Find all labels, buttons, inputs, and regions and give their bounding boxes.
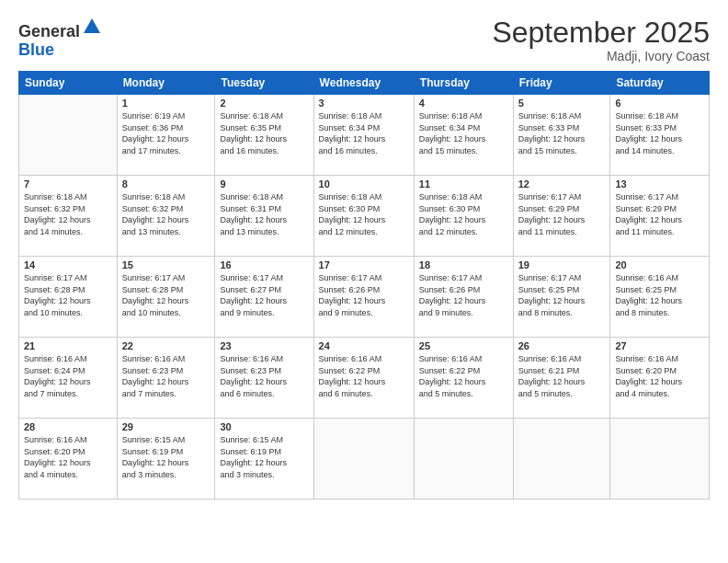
day-number: 11 — [419, 178, 508, 190]
day-number: 18 — [419, 259, 508, 270]
table-row: 8Sunrise: 6:18 AM Sunset: 6:32 PM Daylig… — [117, 176, 215, 257]
day-info: Sunrise: 6:18 AM Sunset: 6:30 PM Dayligh… — [319, 191, 409, 237]
day-number: 20 — [615, 259, 704, 270]
table-row — [414, 419, 513, 500]
table-row: 7Sunrise: 6:18 AM Sunset: 6:32 PM Daylig… — [19, 176, 118, 257]
day-info: Sunrise: 6:16 AM Sunset: 6:21 PM Dayligh… — [518, 353, 606, 399]
table-row: 10Sunrise: 6:18 AM Sunset: 6:30 PM Dayli… — [313, 176, 414, 257]
day-number: 7 — [24, 178, 112, 190]
day-info: Sunrise: 6:17 AM Sunset: 6:27 PM Dayligh… — [220, 272, 308, 318]
day-info: Sunrise: 6:16 AM Sunset: 6:22 PM Dayligh… — [419, 353, 508, 399]
day-info: Sunrise: 6:16 AM Sunset: 6:22 PM Dayligh… — [319, 353, 409, 399]
day-number: 10 — [319, 178, 409, 190]
day-number: 15 — [122, 259, 210, 270]
day-number: 3 — [319, 98, 409, 109]
day-info: Sunrise: 6:17 AM Sunset: 6:26 PM Dayligh… — [419, 272, 508, 318]
day-number: 29 — [122, 421, 210, 432]
day-number: 22 — [122, 340, 210, 351]
header-wednesday: Wednesday — [313, 72, 414, 95]
day-number: 25 — [419, 340, 508, 351]
day-number: 21 — [24, 340, 112, 351]
day-info: Sunrise: 6:18 AM Sunset: 6:31 PM Dayligh… — [220, 191, 308, 237]
calendar-table: Sunday Monday Tuesday Wednesday Thursday… — [18, 71, 710, 500]
table-row: 9Sunrise: 6:18 AM Sunset: 6:31 PM Daylig… — [215, 176, 313, 257]
header-tuesday: Tuesday — [215, 72, 313, 95]
header-saturday: Saturday — [610, 72, 710, 95]
svg-marker-0 — [84, 18, 100, 33]
day-number: 24 — [319, 340, 409, 351]
header-monday: Monday — [117, 72, 215, 95]
table-row: 24Sunrise: 6:16 AM Sunset: 6:22 PM Dayli… — [313, 338, 414, 419]
month-title: September 2025 — [492, 17, 710, 49]
day-info: Sunrise: 6:19 AM Sunset: 6:36 PM Dayligh… — [122, 110, 210, 156]
table-row: 18Sunrise: 6:17 AM Sunset: 6:26 PM Dayli… — [414, 257, 513, 338]
day-info: Sunrise: 6:18 AM Sunset: 6:34 PM Dayligh… — [319, 110, 409, 156]
table-row: 4Sunrise: 6:18 AM Sunset: 6:34 PM Daylig… — [414, 95, 513, 176]
logo-general-text: General — [18, 22, 80, 40]
day-info: Sunrise: 6:17 AM Sunset: 6:29 PM Dayligh… — [518, 191, 606, 237]
table-row: 29Sunrise: 6:15 AM Sunset: 6:19 PM Dayli… — [117, 419, 215, 500]
calendar-week-row: 14Sunrise: 6:17 AM Sunset: 6:28 PM Dayli… — [19, 257, 710, 338]
day-info: Sunrise: 6:18 AM Sunset: 6:34 PM Dayligh… — [419, 110, 508, 156]
day-info: Sunrise: 6:18 AM Sunset: 6:35 PM Dayligh… — [220, 110, 308, 156]
table-row: 13Sunrise: 6:17 AM Sunset: 6:29 PM Dayli… — [610, 176, 710, 257]
day-number: 26 — [518, 340, 606, 351]
day-number: 28 — [24, 421, 112, 432]
day-number: 4 — [419, 98, 508, 109]
day-info: Sunrise: 6:15 AM Sunset: 6:19 PM Dayligh… — [220, 434, 308, 480]
table-row: 11Sunrise: 6:18 AM Sunset: 6:30 PM Dayli… — [414, 176, 513, 257]
day-number: 23 — [220, 340, 308, 351]
logo: General Blue — [18, 17, 102, 60]
day-number: 1 — [122, 98, 210, 109]
table-row: 12Sunrise: 6:17 AM Sunset: 6:29 PM Dayli… — [513, 176, 610, 257]
day-number: 19 — [518, 259, 606, 270]
day-info: Sunrise: 6:16 AM Sunset: 6:20 PM Dayligh… — [24, 434, 112, 480]
day-number: 16 — [220, 259, 308, 270]
day-number: 8 — [122, 178, 210, 190]
day-info: Sunrise: 6:15 AM Sunset: 6:19 PM Dayligh… — [122, 434, 210, 480]
table-row: 2Sunrise: 6:18 AM Sunset: 6:35 PM Daylig… — [215, 95, 313, 176]
day-number: 12 — [518, 178, 606, 190]
table-row — [610, 419, 710, 500]
header-thursday: Thursday — [414, 72, 513, 95]
day-number: 6 — [615, 98, 704, 109]
day-info: Sunrise: 6:17 AM Sunset: 6:28 PM Dayligh… — [122, 272, 210, 318]
table-row: 19Sunrise: 6:17 AM Sunset: 6:25 PM Dayli… — [513, 257, 610, 338]
page-header: General Blue September 2025 Madji, Ivory… — [18, 17, 710, 63]
table-row: 20Sunrise: 6:16 AM Sunset: 6:25 PM Dayli… — [610, 257, 710, 338]
day-info: Sunrise: 6:16 AM Sunset: 6:24 PM Dayligh… — [24, 353, 112, 399]
day-number: 17 — [319, 259, 409, 270]
day-number: 13 — [615, 178, 704, 190]
day-info: Sunrise: 6:18 AM Sunset: 6:33 PM Dayligh… — [518, 110, 606, 156]
table-row: 22Sunrise: 6:16 AM Sunset: 6:23 PM Dayli… — [117, 338, 215, 419]
day-info: Sunrise: 6:18 AM Sunset: 6:33 PM Dayligh… — [615, 110, 704, 156]
header-sunday: Sunday — [19, 72, 118, 95]
day-number: 5 — [518, 98, 606, 109]
table-row: 21Sunrise: 6:16 AM Sunset: 6:24 PM Dayli… — [19, 338, 118, 419]
calendar-week-row: 7Sunrise: 6:18 AM Sunset: 6:32 PM Daylig… — [19, 176, 710, 257]
table-row: 28Sunrise: 6:16 AM Sunset: 6:20 PM Dayli… — [19, 419, 118, 500]
table-row: 14Sunrise: 6:17 AM Sunset: 6:28 PM Dayli… — [19, 257, 118, 338]
table-row: 26Sunrise: 6:16 AM Sunset: 6:21 PM Dayli… — [513, 338, 610, 419]
day-info: Sunrise: 6:18 AM Sunset: 6:30 PM Dayligh… — [419, 191, 508, 237]
day-number: 2 — [220, 98, 308, 109]
day-info: Sunrise: 6:17 AM Sunset: 6:28 PM Dayligh… — [24, 272, 112, 318]
day-info: Sunrise: 6:16 AM Sunset: 6:25 PM Dayligh… — [615, 272, 704, 318]
table-row: 17Sunrise: 6:17 AM Sunset: 6:26 PM Dayli… — [313, 257, 414, 338]
day-info: Sunrise: 6:17 AM Sunset: 6:25 PM Dayligh… — [518, 272, 606, 318]
table-row — [313, 419, 414, 500]
day-info: Sunrise: 6:17 AM Sunset: 6:29 PM Dayligh… — [615, 191, 704, 237]
logo-blue-text: Blue — [18, 40, 54, 59]
calendar-week-row: 21Sunrise: 6:16 AM Sunset: 6:24 PM Dayli… — [19, 338, 710, 419]
table-row: 27Sunrise: 6:16 AM Sunset: 6:20 PM Dayli… — [610, 338, 710, 419]
table-row — [513, 419, 610, 500]
table-row: 15Sunrise: 6:17 AM Sunset: 6:28 PM Dayli… — [117, 257, 215, 338]
day-info: Sunrise: 6:17 AM Sunset: 6:26 PM Dayligh… — [319, 272, 409, 318]
header-friday: Friday — [513, 72, 610, 95]
table-row: 1Sunrise: 6:19 AM Sunset: 6:36 PM Daylig… — [117, 95, 215, 176]
table-row: 30Sunrise: 6:15 AM Sunset: 6:19 PM Dayli… — [215, 419, 313, 500]
day-info: Sunrise: 6:18 AM Sunset: 6:32 PM Dayligh… — [24, 191, 112, 237]
table-row: 5Sunrise: 6:18 AM Sunset: 6:33 PM Daylig… — [513, 95, 610, 176]
day-number: 30 — [220, 421, 308, 432]
calendar-header-row: Sunday Monday Tuesday Wednesday Thursday… — [19, 72, 710, 95]
